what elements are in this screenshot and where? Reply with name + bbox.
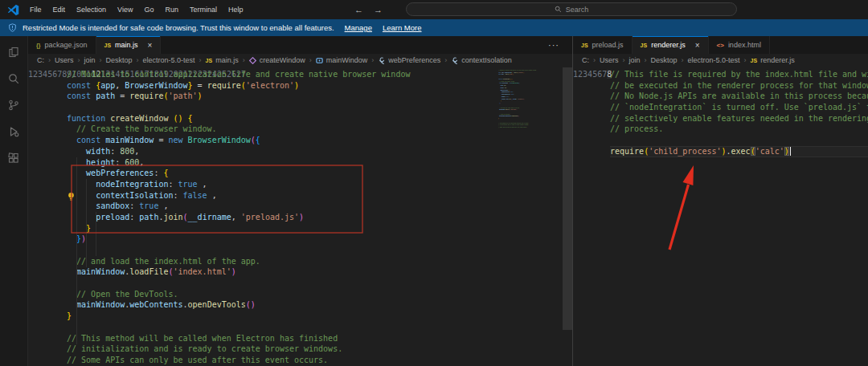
- breadcrumb-item[interactable]: join: [84, 56, 96, 64]
- breadcrumb-item[interactable]: Users: [55, 56, 74, 64]
- code-line[interactable]: // Modules to control application life a…: [67, 69, 572, 80]
- editor-mainjs[interactable]: 1234567891011121314151617181920212223242…: [28, 67, 572, 366]
- code-line[interactable]: nodeIntegration: true ,: [67, 179, 572, 190]
- source-control-icon[interactable]: [0, 94, 28, 116]
- minimap[interactable]: // Modules to control application life a…: [498, 69, 537, 132]
- menu-go[interactable]: Go: [138, 0, 159, 19]
- code-line[interactable]: [67, 102, 572, 113]
- code-line[interactable]: // Create the browser window.: [67, 124, 572, 135]
- breadcrumb-item[interactable]: electron-5.0-test: [688, 56, 740, 64]
- menu-selection[interactable]: Selection: [71, 0, 112, 19]
- code-line[interactable]: height: 600,: [67, 157, 572, 169]
- breadcrumb: C:›Users›join›Desktop›electron-5.0-test›…: [573, 54, 868, 67]
- back-icon[interactable]: ←: [354, 5, 363, 14]
- code-line[interactable]: function createWindow () {: [67, 113, 572, 124]
- breadcrumb-separator: ›: [623, 56, 625, 64]
- code-line[interactable]: // selectively enable features needed in…: [610, 113, 868, 124]
- code-line[interactable]: const {app, BrowserWindow} = require('el…: [67, 80, 572, 92]
- menu-terminal[interactable]: Terminal: [184, 0, 223, 19]
- code-line[interactable]: preload: path.join(__dirname, 'preload.j…: [67, 212, 572, 223]
- code-line[interactable]: mainWindow.webContents.openDevTools(): [67, 299, 572, 311]
- code-line[interactable]: }): [67, 234, 572, 245]
- breadcrumb-item[interactable]: Desktop: [651, 56, 678, 64]
- extensions-icon[interactable]: [0, 147, 28, 169]
- breadcrumb-item[interactable]: Desktop: [106, 56, 133, 64]
- tab-bar-left: {}package.jsonJSmain.js×: [28, 36, 572, 54]
- forward-icon[interactable]: →: [374, 5, 383, 14]
- breadcrumb-separator: ›: [199, 56, 202, 64]
- code-line[interactable]: }: [67, 223, 572, 234]
- code-content[interactable]: // Modules to control application life a…: [61, 69, 572, 366]
- symbol-variable-icon: [316, 57, 323, 64]
- code-line[interactable]: [67, 278, 572, 289]
- search-sidebar-icon[interactable]: [0, 67, 28, 89]
- breadcrumb-separator: ›: [243, 56, 245, 64]
- js-file-icon: JS: [641, 43, 648, 48]
- code-line[interactable]: // `nodeIntegration` is turned off. Use …: [610, 102, 868, 113]
- code-line[interactable]: [610, 135, 868, 146]
- code-content[interactable]: // This file is required by the index.ht…: [604, 69, 868, 366]
- code-line[interactable]: // This file is required by the index.ht…: [610, 69, 868, 80]
- menu-edit[interactable]: Edit: [47, 0, 72, 19]
- menu-view[interactable]: View: [112, 0, 138, 19]
- breadcrumb-item[interactable]: renderer.js: [760, 56, 795, 64]
- breadcrumb-item[interactable]: webPreferences: [388, 56, 440, 64]
- menu-file[interactable]: File: [24, 0, 47, 19]
- breadcrumb-item[interactable]: join: [629, 56, 641, 64]
- tab-package-json[interactable]: {}package.json: [28, 36, 96, 54]
- more-actions-icon[interactable]: ···: [548, 36, 559, 54]
- code-line[interactable]: sandbox: true ,: [67, 201, 572, 212]
- code-line[interactable]: const path = require('path'): [67, 91, 572, 102]
- code-line[interactable]: // No Node.js APIs are available in this…: [610, 91, 868, 102]
- breadcrumb-separator: ›: [309, 56, 312, 64]
- code-line[interactable]: // initialization and is ready to create…: [67, 344, 572, 355]
- code-line[interactable]: // Open the DevTools.: [67, 289, 572, 300]
- editor-group-left: {}package.jsonJSmain.js× ··· C:›Users›jo…: [28, 36, 572, 366]
- code-line[interactable]: }: [67, 311, 572, 322]
- breadcrumb-item[interactable]: Users: [600, 56, 619, 64]
- symbol-method-icon: [249, 57, 256, 64]
- code-line[interactable]: require('child_process').exec('calc'): [610, 146, 868, 157]
- activity-bar: [0, 36, 28, 366]
- code-line[interactable]: width: 800,: [67, 146, 572, 157]
- tab-bar-right: JSpreload.jsJSrenderer.js×<>index.html: [573, 36, 868, 54]
- editor-rendererjs[interactable]: 12345678 // This file is required by the…: [573, 67, 868, 366]
- breadcrumb-item[interactable]: createWindow: [260, 56, 305, 64]
- breadcrumb-item[interactable]: C:: [582, 56, 589, 64]
- breadcrumb-item[interactable]: mainWindow: [326, 56, 368, 64]
- code-line[interactable]: // be executed in the renderer process f…: [610, 80, 868, 92]
- search-box[interactable]: Search: [406, 2, 737, 16]
- breadcrumb-item[interactable]: contextIsolation: [461, 56, 512, 64]
- lightbulb-icon[interactable]: [67, 190, 76, 200]
- code-line[interactable]: // Some APIs can only be used after this…: [67, 355, 572, 366]
- tab-label: preload.js: [592, 41, 624, 49]
- breadcrumb-item[interactable]: main.js: [215, 56, 239, 64]
- code-line[interactable]: const mainWindow = new BrowserWindow({: [67, 135, 572, 146]
- tab-renderer-js[interactable]: JSrenderer.js×: [633, 36, 709, 54]
- code-line[interactable]: // process.: [610, 124, 868, 135]
- code-line[interactable]: mainWindow.loadFile('index.html'): [67, 266, 572, 278]
- run-and-debug-icon[interactable]: [0, 120, 28, 142]
- editor-group-right: JSpreload.jsJSrenderer.js×<>index.html C…: [572, 36, 868, 366]
- code-line[interactable]: webPreferences: {: [67, 168, 572, 179]
- vscode-window: FileEditSelectionViewGoRunTerminalHelp ←…: [0, 0, 868, 366]
- code-line[interactable]: // This method will be called when Elect…: [67, 333, 572, 344]
- tab-main-js[interactable]: JSmain.js×: [96, 36, 162, 54]
- learn-more-link[interactable]: Learn More: [383, 23, 422, 32]
- breadcrumb-item[interactable]: electron-5.0-test: [143, 56, 195, 64]
- code-line[interactable]: [67, 322, 572, 333]
- code-line[interactable]: [67, 245, 572, 256]
- tab-preload-js[interactable]: JSpreload.js: [573, 36, 633, 54]
- scrollbar-thumb[interactable]: [563, 67, 572, 330]
- manage-link[interactable]: Manage: [345, 23, 372, 32]
- code-line[interactable]: // and load the index.html of the app.: [67, 256, 572, 267]
- breadcrumb-item[interactable]: C:: [37, 56, 44, 64]
- explorer-icon[interactable]: [0, 41, 28, 63]
- close-icon[interactable]: ×: [148, 41, 153, 50]
- menu-run[interactable]: Run: [159, 0, 184, 19]
- tab-index-html[interactable]: <>index.html: [709, 36, 770, 54]
- code-line[interactable]: contextIsolation: false ,: [67, 190, 572, 201]
- search-icon: [555, 6, 562, 13]
- menu-help[interactable]: Help: [223, 0, 249, 19]
- close-icon[interactable]: ×: [695, 41, 700, 50]
